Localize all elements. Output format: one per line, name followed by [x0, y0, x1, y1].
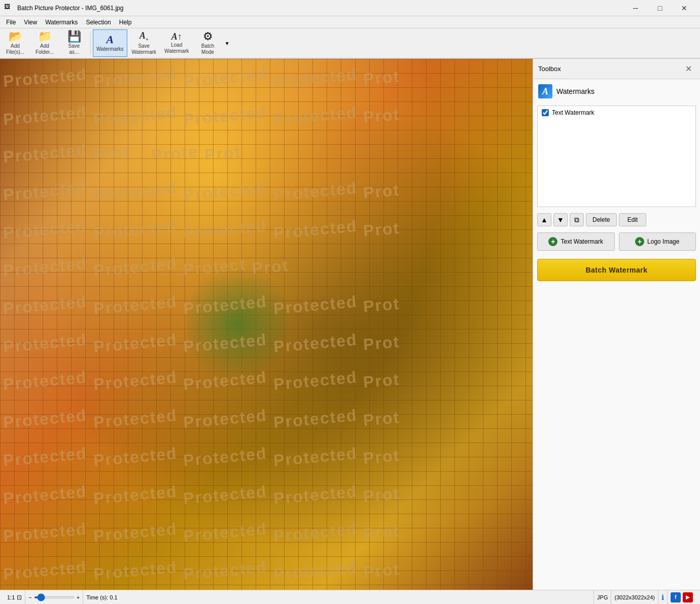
toolbox-close-button[interactable]: ✕: [682, 63, 695, 75]
watermarks-section-icon: A: [538, 84, 552, 98]
watermark-item-label-1: Text Watermark: [552, 109, 691, 116]
menu-selection[interactable]: Selection: [82, 17, 115, 28]
watermark-checkbox-1[interactable]: [542, 109, 549, 116]
menu-watermarks[interactable]: Watermarks: [41, 17, 82, 28]
maximize-button[interactable]: □: [648, 0, 672, 16]
main-layout: Protected Protected Protected Protected …: [0, 59, 700, 590]
load-watermark-label: LoadWatermark: [164, 42, 189, 54]
add-watermark-row: + Text Watermark + Logo Image: [533, 228, 700, 254]
add-logo-watermark-button[interactable]: + Logo Image: [619, 232, 696, 251]
time-section: Time (s): 0.1: [83, 590, 594, 604]
add-folder-button[interactable]: 📁 AddFolder...: [30, 29, 59, 57]
social-section: f ▶: [668, 590, 696, 604]
move-down-button[interactable]: ▼: [553, 213, 568, 226]
edit-button[interactable]: Edit: [619, 213, 647, 226]
titlebar: 🖼 Batch Picture Protector - IMG_6061.jpg…: [0, 0, 700, 16]
image-canvas: Protected Protected Protected Protected …: [0, 59, 533, 590]
watermark-list-item-1[interactable]: Text Watermark: [538, 106, 695, 119]
menubar: File View Watermarks Selection Help: [0, 16, 700, 28]
watermarks-icon: A: [106, 34, 114, 45]
save-as-button[interactable]: 💾 Saveas...: [60, 29, 88, 57]
save-as-icon: 💾: [67, 31, 81, 42]
menu-view[interactable]: View: [20, 17, 41, 28]
watermarks-list: Text Watermark: [537, 106, 696, 207]
save-as-label: Saveas...: [68, 43, 80, 55]
format-section: JPG: [594, 590, 611, 604]
move-down-icon: ▼: [557, 216, 564, 224]
add-folder-label: AddFolder...: [36, 43, 54, 55]
duplicate-icon: ⧉: [574, 216, 579, 224]
toolbox-panel: Toolbox ✕ A Watermarks Text Watermark ▲ …: [533, 59, 700, 590]
zoom-ratio: 1:1: [7, 594, 15, 600]
minimize-button[interactable]: ─: [624, 0, 647, 16]
window-title: Batch Picture Protector - IMG_6061.jpg: [17, 5, 624, 12]
dimensions-section: (3022x3022x24): [611, 590, 658, 604]
move-up-icon: ▲: [541, 216, 548, 224]
watermarks-button[interactable]: A Watermarks: [93, 29, 127, 57]
format-label: JPG: [597, 594, 608, 600]
menu-help[interactable]: Help: [115, 17, 136, 28]
toolbox-header: Toolbox ✕: [533, 59, 700, 79]
add-files-button[interactable]: 📂 AddFile(s)...: [1, 29, 29, 57]
zoom-min-label: −: [28, 594, 31, 600]
toolbox-header-left: Toolbox: [538, 65, 561, 73]
load-watermark-button[interactable]: A↑ LoadWatermark: [161, 29, 193, 57]
statusbar: 1:1 ⊡ − + Time (s): 0.1 JPG (3022x3022x2…: [0, 590, 700, 604]
subject-figure: [187, 260, 288, 387]
toolbar-separator-1: [90, 31, 91, 55]
batch-btn-container: Batch Watermark: [533, 254, 700, 288]
batch-mode-icon: ⚙: [203, 31, 213, 42]
toolbar-more-icon: ▼: [225, 41, 230, 46]
facebook-icon[interactable]: f: [671, 592, 681, 602]
delete-button[interactable]: Delete: [586, 213, 617, 226]
youtube-icon[interactable]: ▶: [683, 592, 693, 602]
add-folder-icon: 📁: [38, 31, 52, 42]
batch-mode-label: BatchMode: [201, 43, 215, 55]
watermarks-section-header: A Watermarks: [533, 79, 700, 102]
image-area[interactable]: Protected Protected Protected Protected …: [0, 59, 533, 590]
dimensions-label: (3022x3022x24): [614, 594, 655, 600]
close-button[interactable]: ✕: [673, 0, 696, 16]
duplicate-button[interactable]: ⧉: [570, 213, 584, 226]
save-watermark-label: SaveWatermark: [132, 43, 157, 55]
add-files-icon: 📂: [9, 31, 22, 42]
info-section[interactable]: ℹ: [658, 590, 668, 604]
batch-watermark-button[interactable]: Batch Watermark: [537, 259, 696, 281]
info-icon[interactable]: ℹ: [661, 593, 664, 601]
save-watermark-icon: A+: [139, 31, 149, 42]
zoom-section: 1:1 ⊡: [4, 590, 25, 604]
toolbar-more-button[interactable]: ▼: [223, 29, 231, 57]
add-logo-icon: +: [635, 237, 644, 246]
toolbox-title: Toolbox: [538, 65, 561, 73]
app-icon: 🖼: [4, 3, 14, 13]
move-up-button[interactable]: ▲: [537, 213, 551, 226]
add-files-label: AddFile(s)...: [6, 43, 24, 55]
load-watermark-icon: A↑: [171, 32, 182, 41]
window-controls: ─ □ ✕: [624, 0, 696, 16]
zoom-slider-section: − +: [25, 590, 83, 604]
add-text-icon: +: [548, 237, 557, 246]
watermark-action-buttons: ▲ ▼ ⧉ Delete Edit: [533, 211, 700, 228]
fit-icon: ⊡: [17, 594, 22, 601]
zoom-slider[interactable]: [34, 596, 75, 598]
time-label: Time (s): 0.1: [86, 594, 117, 600]
save-watermark-button[interactable]: A+ SaveWatermark: [128, 29, 160, 57]
toolbar: 📂 AddFile(s)... 📁 AddFolder... 💾 Saveas.…: [0, 28, 700, 59]
add-text-watermark-button[interactable]: + Text Watermark: [537, 232, 615, 251]
zoom-max-label: +: [77, 594, 80, 600]
menu-file[interactable]: File: [2, 17, 20, 28]
batch-mode-button[interactable]: ⚙ BatchMode: [194, 29, 222, 57]
watermarks-label: Watermarks: [96, 46, 124, 52]
watermarks-section-title: Watermarks: [556, 87, 594, 95]
add-text-label: Text Watermark: [561, 238, 603, 245]
add-logo-label: Logo Image: [647, 238, 679, 245]
